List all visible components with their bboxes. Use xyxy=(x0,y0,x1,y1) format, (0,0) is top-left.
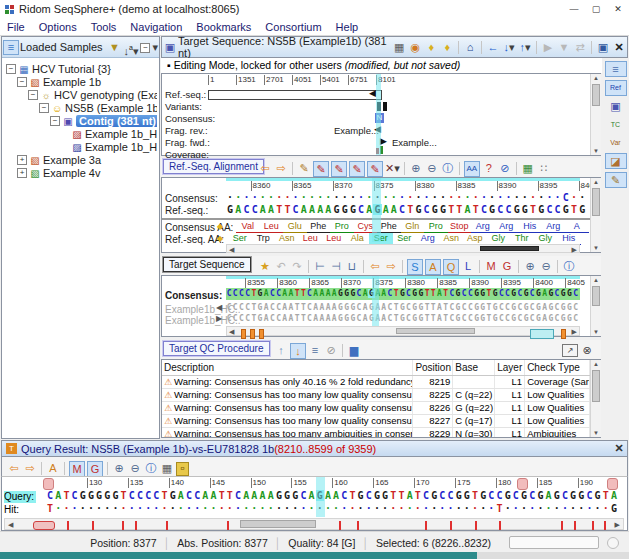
refresh-icon[interactable]: ⇄ xyxy=(573,40,587,55)
consensus-variant-badge[interactable]: N xyxy=(375,113,384,123)
read-seq-fwd[interactable]: CCCCTGACCAATTCAAAAGGGCAGAACTGCGGTTATCGCC… xyxy=(226,314,579,323)
trim-left-icon[interactable]: ⊢ xyxy=(313,259,327,274)
target-seq-view[interactable]: 8355836083658370837583808385839083958400… xyxy=(161,275,601,337)
prev-hit-icon[interactable]: ⇦ xyxy=(7,461,21,476)
g-pen-icon[interactable]: G xyxy=(500,259,514,274)
tree-item[interactable]: −☺NS5B (Example 1b) xyxy=(4,101,157,114)
query-hscrollbar[interactable]: ◀▶ xyxy=(4,518,624,530)
m-pen-icon[interactable]: M xyxy=(69,461,85,477)
qc-col-position[interactable]: Position xyxy=(413,360,453,375)
trace-view-icon[interactable]: ▦ xyxy=(160,461,174,476)
maximize-icon[interactable]: ▢ xyxy=(585,0,607,18)
tree-item[interactable]: −▣Contig (381 nt) xyxy=(4,114,157,127)
zoom-out-icon[interactable]: ⊖ xyxy=(425,161,439,176)
info-icon[interactable]: ⓘ xyxy=(562,259,576,274)
a-pen-icon[interactable]: A xyxy=(425,259,441,275)
tree-item[interactable]: −▦HCV Tutorial {3} xyxy=(4,62,157,75)
menu-item-options[interactable]: Options xyxy=(32,21,84,33)
collapse-toggle[interactable]: − xyxy=(6,64,16,74)
variant-mark[interactable] xyxy=(383,102,387,111)
back-icon[interactable]: ← xyxy=(486,40,500,55)
send-icon[interactable]: ▶ xyxy=(541,40,555,55)
prev-diff-icon[interactable]: ⇦ xyxy=(258,161,272,176)
trim-both-icon[interactable]: ⊔ xyxy=(345,259,359,274)
frame-arrow-icon[interactable]: ◆ xyxy=(217,222,223,231)
alignment-view[interactable]: 836083658370837583808385839083958400 Con… xyxy=(161,177,601,253)
info-icon[interactable]: ⓘ xyxy=(441,161,455,176)
zoom-in-icon[interactable]: ⊕ xyxy=(112,461,126,476)
g-pen-icon[interactable]: G xyxy=(87,461,103,477)
target-hscrollbar[interactable]: ◀▶ xyxy=(226,326,580,336)
expand-toggle[interactable]: + xyxy=(17,168,27,178)
ref-view-icon[interactable]: Ref xyxy=(605,80,627,96)
disable-icon[interactable]: ⊘ xyxy=(324,343,338,358)
dots-icon[interactable]: ∷ xyxy=(537,161,551,176)
tree-item[interactable]: +▧Example 3a xyxy=(4,153,157,166)
delete-drop-icon[interactable]: ✕▾ xyxy=(385,161,400,176)
close-qc-icon[interactable]: ⊗ xyxy=(580,343,594,358)
up-nav-icon[interactable]: ↑▾ xyxy=(518,40,532,55)
tab-target-qc-procedure[interactable]: Target QC Procedure xyxy=(163,341,270,356)
export-db-icon[interactable]: ▼ xyxy=(108,40,122,55)
aa-icon[interactable]: AA xyxy=(464,161,480,177)
tab-target-sequence[interactable]: Target Sequence xyxy=(163,257,251,272)
collapse-toggle[interactable]: − xyxy=(17,77,27,87)
sample-tree[interactable]: −▦HCV Tutorial {3}−▧Example 1b−☼HCV geno… xyxy=(4,62,157,437)
tab-ref-seq-alignment[interactable]: Ref.-Seq. Alignment xyxy=(163,159,264,174)
menu-lines-icon[interactable]: ≡ xyxy=(308,343,322,358)
edit-pen-icon[interactable]: ✎ xyxy=(605,172,627,188)
frame-arrow-icon[interactable]: ◆ xyxy=(217,234,223,243)
qc-col-check-type[interactable]: Check Type xyxy=(525,360,590,375)
dp-pen-icon[interactable]: ✎ xyxy=(349,161,365,177)
flag2-icon[interactable]: ♦ xyxy=(440,40,454,55)
qc-warning-row[interactable]: ⚠Warning: Consensus has too many low qua… xyxy=(162,415,590,428)
ip-pen-icon[interactable]: ✎ xyxy=(367,161,383,177)
alignment-consensus-seq[interactable]: ········································… xyxy=(226,192,586,203)
collapse-toggle[interactable]: − xyxy=(39,103,49,113)
menu-item-help[interactable]: Help xyxy=(329,21,366,33)
l-pen-icon[interactable]: L xyxy=(461,259,475,274)
frag-fwd-label[interactable]: Example... xyxy=(392,137,437,148)
save-icon[interactable]: ▣ xyxy=(596,40,610,55)
image-view-icon[interactable]: ◪ xyxy=(605,153,627,169)
grid-icon[interactable]: ▦ xyxy=(521,161,535,176)
snp-pen-icon[interactable]: ✎ xyxy=(313,161,329,177)
down-nav-icon[interactable]: ↓▾ xyxy=(502,40,516,55)
qc-col-base[interactable]: Base xyxy=(453,360,495,375)
ts-view-icon[interactable]: ▣ xyxy=(606,99,626,114)
zoom-out-icon[interactable]: ⊖ xyxy=(539,259,553,274)
m-pen-icon[interactable]: M xyxy=(484,259,498,274)
target-vscrollbar[interactable]: ▲▼ xyxy=(590,276,601,336)
no-edit-icon[interactable]: ⊘ xyxy=(498,161,512,176)
menu-item-navigation[interactable]: Navigation xyxy=(123,21,189,33)
menu-item-file[interactable]: File xyxy=(0,21,32,33)
tree-item[interactable]: −▧Example 1b xyxy=(4,75,157,88)
overview-vscrollbar[interactable]: ▲▼ xyxy=(590,74,601,155)
zoom-out-icon[interactable]: ⊖ xyxy=(128,461,142,476)
popout-icon[interactable]: ↗ xyxy=(562,344,578,357)
up-issue-icon[interactable]: ↑ xyxy=(274,343,288,358)
layout-icon[interactable]: ≡ xyxy=(605,61,627,77)
q-pen-icon[interactable]: Q xyxy=(443,259,459,275)
qc-warning-row[interactable]: ⚠Warning: Consensus has too many low qua… xyxy=(162,402,590,415)
alignment-vscrollbar[interactable]: ▲▼ xyxy=(590,178,601,252)
down-issue-icon[interactable]: ↓ xyxy=(290,343,306,359)
expand-toggle[interactable]: + xyxy=(17,155,27,165)
next-issue-icon[interactable]: ⇨ xyxy=(384,259,398,274)
tree-item[interactable]: ▨Example 1b_HCV_ xyxy=(4,127,157,140)
next-hit-icon[interactable]: ⇨ xyxy=(23,461,37,476)
wand-icon[interactable]: ★ xyxy=(258,259,272,274)
prev-issue-icon[interactable]: ⇦ xyxy=(368,259,382,274)
close-query-icon[interactable]: ✕ xyxy=(612,441,626,456)
query-seq[interactable]: CATCGGGGGTCCCCTGACCAATTCAAAAGGGCAGAACTGC… xyxy=(46,490,618,501)
menu-item-bookmarks[interactable]: Bookmarks xyxy=(189,21,258,33)
variant-mark[interactable] xyxy=(377,102,381,111)
next-diff-icon[interactable]: ⇨ xyxy=(274,161,288,176)
var-view-icon[interactable]: Var xyxy=(606,135,626,150)
pen-icon[interactable]: ✎ xyxy=(297,161,311,176)
home-icon[interactable]: ⌂ xyxy=(463,40,477,55)
trim-right-icon[interactable]: ⊣ xyxy=(329,259,343,274)
menu-item-tools[interactable]: Tools xyxy=(84,21,124,33)
qc-warning-row[interactable]: ⚠Warning: Consensus has too many ambigui… xyxy=(162,428,590,437)
help-icon[interactable]: ? xyxy=(482,161,496,176)
